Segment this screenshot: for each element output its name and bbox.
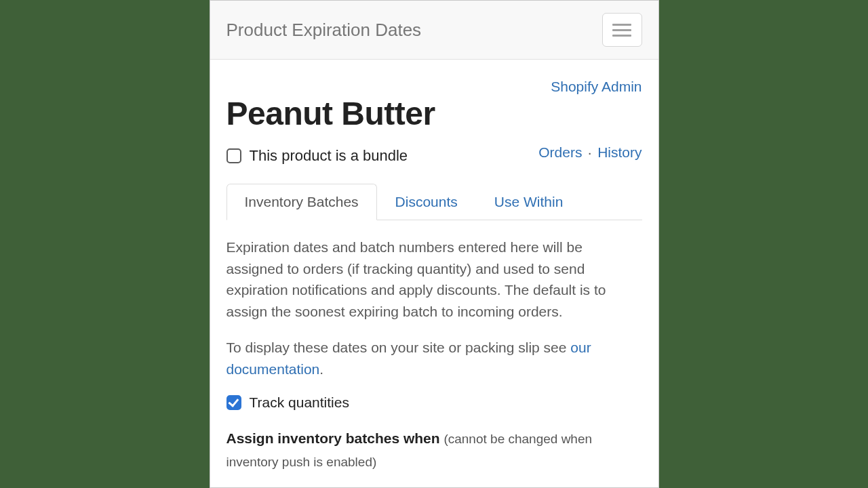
link-separator: · <box>585 144 595 160</box>
tab-inventory-batches[interactable]: Inventory Batches <box>226 184 377 220</box>
shopify-admin-link[interactable]: Shopify Admin <box>551 79 642 94</box>
hamburger-icon <box>612 35 631 37</box>
desc2-post: . <box>319 361 323 377</box>
app-panel: Product Expiration Dates Shopify Admin P… <box>210 0 659 488</box>
track-quantities-checkbox[interactable] <box>226 395 241 410</box>
app-brand: Product Expiration Dates <box>226 20 422 41</box>
tab-use-within[interactable]: Use Within <box>476 184 582 220</box>
desc2-pre: To display these dates on your site or p… <box>226 340 571 355</box>
orders-link[interactable]: Orders <box>538 144 582 160</box>
menu-toggle-button[interactable] <box>602 13 642 47</box>
inventory-description-1: Expiration dates and batch numbers enter… <box>226 237 642 322</box>
tab-discounts[interactable]: Discounts <box>377 184 476 220</box>
assign-batches-heading: Assign inventory batches when (cannot be… <box>226 427 642 472</box>
admin-link-row: Shopify Admin <box>226 79 642 95</box>
inventory-description-2: To display these dates on your site or p… <box>226 337 642 380</box>
tabs: Inventory Batches Discounts Use Within <box>226 184 642 220</box>
navbar: Product Expiration Dates <box>210 1 658 60</box>
history-link[interactable]: History <box>597 144 642 160</box>
track-quantities-label: Track quantities <box>250 394 349 411</box>
content-area: Shopify Admin Peanut Butter Orders · His… <box>210 60 658 472</box>
hamburger-icon <box>612 29 631 31</box>
hamburger-icon <box>612 24 631 26</box>
bundle-label: This product is a bundle <box>250 147 408 165</box>
product-title: Peanut Butter <box>226 95 642 132</box>
assign-strong: Assign inventory batches when <box>226 430 444 446</box>
bundle-checkbox[interactable] <box>226 148 241 163</box>
track-quantities-row: Track quantities <box>226 394 642 411</box>
